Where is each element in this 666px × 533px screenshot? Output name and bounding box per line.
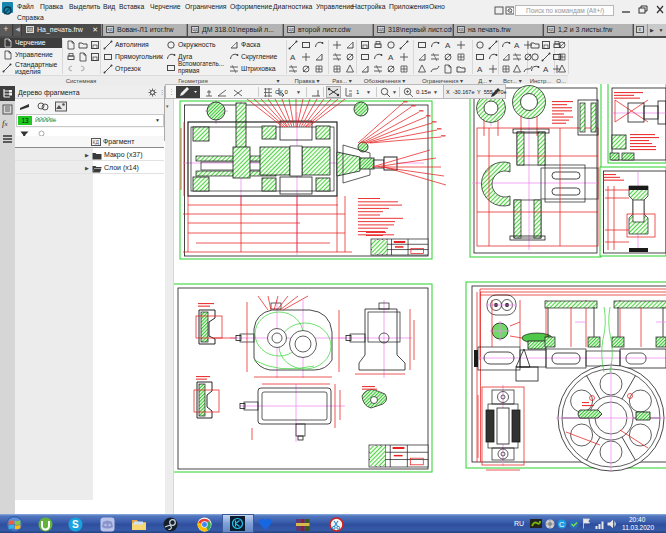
svg-text:A: A (514, 41, 520, 50)
svg-text:A: A (388, 53, 394, 62)
svg-text:C: C (559, 520, 565, 529)
svg-text:КД: КД (93, 139, 100, 145)
svg-text:S: S (72, 519, 79, 530)
svg-text:A: A (477, 65, 483, 74)
svg-text:A: A (290, 53, 296, 62)
svg-text:A: A (543, 65, 549, 74)
svg-text:A: A (445, 41, 451, 50)
